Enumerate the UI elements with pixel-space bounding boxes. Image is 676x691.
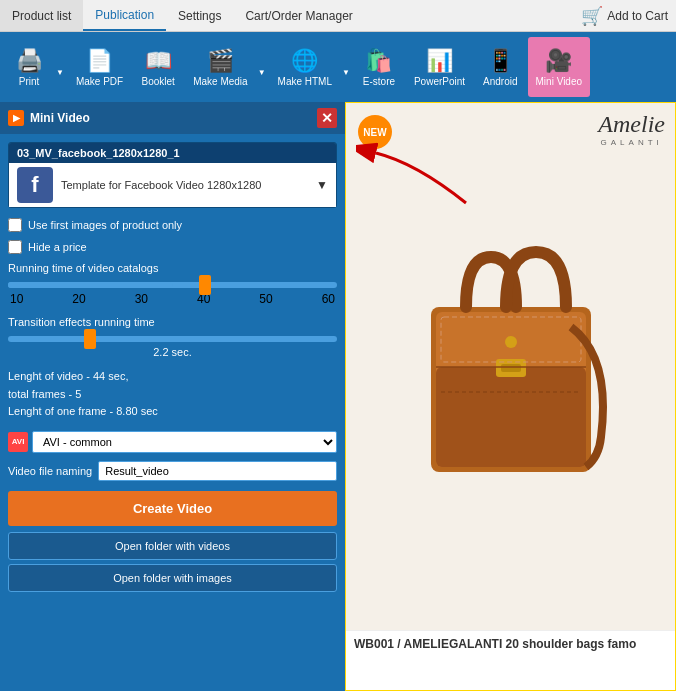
preview-image — [346, 103, 675, 630]
running-time-label: Running time of video catalogs — [8, 262, 337, 274]
e-store-icon: 🛍️ — [365, 48, 392, 74]
make-media-icon: 🎬 — [207, 48, 234, 74]
android-icon: 📱 — [487, 48, 514, 74]
menu-item-cart-order-manager[interactable]: Cart/Order Manager — [233, 0, 364, 31]
video-info-line3: Lenght of one frame - 8.80 sec — [8, 403, 337, 421]
mini-video-icon: 🎥 — [545, 48, 572, 74]
template-selector: 03_MV_facebook_1280x1280_1 f Template fo… — [8, 142, 337, 208]
avi-icon: AVI — [8, 432, 28, 452]
menu-bar: Product list Publication Settings Cart/O… — [0, 0, 676, 32]
booklet-button[interactable]: 📖 Booklet — [133, 37, 183, 97]
make-pdf-button[interactable]: 📄 Make PDF — [68, 37, 131, 97]
template-name: Template for Facebook Video 1280x1280 — [61, 179, 308, 191]
hide-price-label: Hide a price — [28, 241, 87, 253]
menu-item-settings[interactable]: Settings — [166, 0, 233, 31]
file-naming-row: Video file naming — [8, 461, 337, 481]
powerpoint-button[interactable]: 📊 PowerPoint — [406, 37, 473, 97]
open-folder-images-button[interactable]: Open folder with images — [8, 564, 337, 592]
booklet-label: Booklet — [141, 76, 174, 87]
cart-icon: 🛒 — [581, 5, 603, 27]
product-code: WB001 / AMELIEGALANTI 20 shoulder bags f… — [354, 637, 667, 651]
add-to-cart-label[interactable]: Add to Cart — [607, 9, 668, 23]
use-first-images-row: Use first images of product only — [8, 218, 337, 232]
dialog-title-bar: ▶ Mini Video ✕ — [0, 102, 345, 134]
powerpoint-icon: 📊 — [426, 48, 453, 74]
menu-item-product-list[interactable]: Product list — [0, 0, 83, 31]
make-html-icon: 🌐 — [291, 48, 318, 74]
create-video-button[interactable]: Create Video — [8, 491, 337, 526]
brand-sub: GALANTI — [598, 138, 665, 147]
brand-area: Amelie GALANTI — [598, 111, 665, 147]
svg-point-9 — [505, 336, 517, 348]
svg-rect-3 — [436, 367, 586, 467]
print-label: Print — [19, 76, 40, 87]
video-info: Lenght of video - 44 sec, total frames -… — [8, 368, 337, 421]
dialog-body: 03_MV_facebook_1280x1280_1 f Template fo… — [0, 134, 345, 691]
file-naming-label: Video file naming — [8, 465, 92, 477]
file-naming-input[interactable] — [98, 461, 337, 481]
android-button[interactable]: 📱 Android — [475, 37, 525, 97]
open-folder-videos-button[interactable]: Open folder with videos — [8, 532, 337, 560]
product-name: AMELIEGALANTI 20 shoulder bags famo — [404, 637, 637, 651]
preview-footer: WB001 / AMELIEGALANTI 20 shoulder bags f… — [346, 630, 675, 690]
menu-item-publication[interactable]: Publication — [83, 0, 166, 31]
format-select[interactable]: AVI - common MP4 — [32, 431, 337, 453]
new-badge: NEW — [358, 115, 392, 149]
running-time-section: Running time of video catalogs 10 20 30 … — [8, 262, 337, 306]
booklet-icon: 📖 — [145, 48, 172, 74]
dialog-title: Mini Video — [30, 111, 90, 125]
make-media-group: 🎬 Make Media ▼ — [185, 37, 267, 97]
template-id: 03_MV_facebook_1280x1280_1 — [9, 143, 336, 163]
android-label: Android — [483, 76, 517, 87]
template-dropdown-arrow[interactable]: ▼ — [316, 178, 328, 192]
print-icon: 🖨️ — [16, 48, 43, 74]
make-html-dropdown-arrow[interactable]: ▼ — [340, 68, 352, 77]
hide-price-checkbox[interactable] — [8, 240, 22, 254]
preview-panel: NEW Amelie GALANTI — [345, 102, 676, 691]
template-row[interactable]: f Template for Facebook Video 1280x1280 … — [9, 163, 336, 207]
print-group: 🖨️ Print ▼ — [4, 37, 66, 97]
brand-name: Amelie — [598, 111, 665, 138]
hide-price-row: Hide a price — [8, 240, 337, 254]
e-store-label: E-store — [363, 76, 395, 87]
video-info-line1: Lenght of video - 44 sec, — [8, 368, 337, 386]
transition-section: Transition effects running time 2.2 sec. — [8, 316, 337, 358]
powerpoint-label: PowerPoint — [414, 76, 465, 87]
make-pdf-label: Make PDF — [76, 76, 123, 87]
video-info-line2: total frames - 5 — [8, 386, 337, 404]
use-first-images-label: Use first images of product only — [28, 219, 182, 231]
make-html-button[interactable]: 🌐 Make HTML — [270, 37, 340, 97]
cart-area[interactable]: 🛒 Add to Cart — [573, 5, 676, 27]
transition-label: Transition effects running time — [8, 316, 337, 328]
dialog-close-button[interactable]: ✕ — [317, 108, 337, 128]
make-pdf-icon: 📄 — [86, 48, 113, 74]
mini-video-dialog: ▶ Mini Video ✕ 03_MV_facebook_1280x1280_… — [0, 102, 345, 691]
bag-illustration — [411, 227, 611, 507]
toolbar: 🖨️ Print ▼ 📄 Make PDF 📖 Booklet 🎬 Make M… — [0, 32, 676, 102]
format-row: AVI AVI - common MP4 — [8, 431, 337, 453]
facebook-icon: f — [17, 167, 53, 203]
dialog-title-icon: ▶ — [8, 110, 24, 126]
main-content: ▶ Mini Video ✕ 03_MV_facebook_1280x1280_… — [0, 102, 676, 691]
make-media-button[interactable]: 🎬 Make Media — [185, 37, 255, 97]
make-html-group: 🌐 Make HTML ▼ — [270, 37, 352, 97]
print-dropdown-arrow[interactable]: ▼ — [54, 68, 66, 77]
mini-video-label: Mini Video — [536, 76, 583, 87]
e-store-button[interactable]: 🛍️ E-store — [354, 37, 404, 97]
print-button[interactable]: 🖨️ Print — [4, 37, 54, 97]
mini-video-button[interactable]: 🎥 Mini Video — [528, 37, 591, 97]
use-first-images-checkbox[interactable] — [8, 218, 22, 232]
make-html-label: Make HTML — [278, 76, 332, 87]
svg-rect-5 — [501, 364, 521, 372]
make-media-label: Make Media — [193, 76, 247, 87]
make-media-dropdown-arrow[interactable]: ▼ — [256, 68, 268, 77]
